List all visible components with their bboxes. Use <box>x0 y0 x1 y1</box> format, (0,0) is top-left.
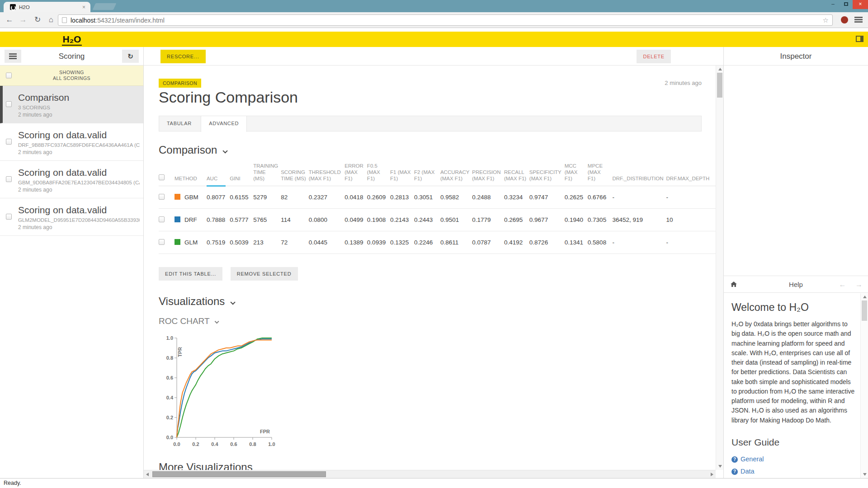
sidebar-item-comparison[interactable]: Comparison 3 SCORINGS 2 minutes ago <box>0 86 143 123</box>
table-cell: 10 <box>666 209 716 231</box>
bookmark-star-icon[interactable]: ☆ <box>823 16 829 24</box>
help-header: Help ← → <box>724 276 868 293</box>
browser-menu-icon[interactable] <box>854 17 863 23</box>
select-all-header[interactable] <box>159 163 175 186</box>
column-header-threshold[interactable]: THRESHOLD (MAX F1) <box>309 163 345 186</box>
svg-text:FPR: FPR <box>260 429 270 434</box>
tab-advanced[interactable]: ADVANCED <box>201 116 247 132</box>
item-checkbox[interactable] <box>6 139 12 145</box>
url-bar[interactable]: localhost :54321/steam/index.html ☆ <box>58 14 833 26</box>
extension-icon[interactable] <box>841 16 848 23</box>
table-cell: 5279 <box>253 186 281 209</box>
column-header-accuracy[interactable]: ACCURACY (MAX F1) <box>440 163 472 186</box>
column-header-method[interactable]: METHOD <box>175 163 207 186</box>
row-checkbox[interactable] <box>159 239 165 245</box>
item-subtitle: DRF_9B8B7FC937AC589FD6FECA6436AA461A (CA… <box>18 142 140 148</box>
table-cell: - <box>666 231 716 254</box>
close-button[interactable]: × <box>853 0 868 9</box>
item-checkbox[interactable] <box>6 176 12 182</box>
maximize-icon <box>844 2 848 6</box>
chevron-down-icon <box>223 148 228 153</box>
help-forward-icon[interactable]: → <box>855 281 863 288</box>
reload-icon[interactable]: ↻ <box>32 12 43 28</box>
table-cell: 0.2246 <box>414 231 440 254</box>
comparison-section-heading[interactable]: Comparison <box>159 144 226 156</box>
scroll-up-icon[interactable] <box>718 68 722 70</box>
column-header-mpce[interactable]: MPCE (MAX F1) <box>588 163 613 186</box>
column-header-drf.max_depth[interactable]: DRF.MAX_DEPTH <box>666 163 716 186</box>
column-header-f0.5[interactable]: F0.5 (MAX F1) <box>367 163 390 186</box>
roc-chart-heading[interactable]: ROC CHART <box>159 316 217 326</box>
minimize-button[interactable]: – <box>826 0 840 9</box>
maximize-button[interactable] <box>840 0 853 9</box>
svg-text:0.8: 0.8 <box>249 441 256 447</box>
svg-text:1.0: 1.0 <box>166 335 173 341</box>
sidebar-item-scoring-gbm[interactable]: Scoring on data.valid GBM_9D0BA8FFA20E7E… <box>0 161 143 198</box>
help-scrollbar[interactable] <box>860 293 868 478</box>
vertical-scrollbar[interactable] <box>716 66 723 470</box>
column-header-specificity[interactable]: SPECIFICITY (MAX F1) <box>529 163 565 186</box>
scrollbar-thumb[interactable] <box>152 471 326 477</box>
row-checkbox[interactable] <box>159 194 165 200</box>
help-back-icon[interactable]: ← <box>839 281 846 288</box>
horizontal-scrollbar[interactable] <box>144 470 716 478</box>
scorings-filter-row[interactable]: SHOWING ALL SCORINGS <box>0 66 143 86</box>
column-header-drf._distribution[interactable]: DRF._DISTRIBUTION <box>612 163 666 186</box>
browser-tab[interactable]: H2O × <box>4 2 90 12</box>
edit-table-button[interactable]: EDIT THIS TABLE... <box>159 267 222 281</box>
tab-tabular[interactable]: TABULAR <box>159 116 199 132</box>
table-body: GBM0.80770.61555279820.23270.04180.26090… <box>159 186 716 254</box>
column-header-error[interactable]: ERROR (MAX F1) <box>344 163 367 186</box>
column-header-f2[interactable]: F2 (MAX F1) <box>414 163 440 186</box>
scroll-up-icon[interactable] <box>863 296 867 298</box>
new-tab-button[interactable] <box>93 3 117 10</box>
select-all-checkbox[interactable] <box>159 174 165 180</box>
column-header-recall[interactable]: RECALL (MAX F1) <box>504 163 529 186</box>
guide-link-data[interactable]: ?Data <box>731 465 855 478</box>
back-icon[interactable]: ← <box>4 12 15 28</box>
delete-button[interactable]: DELETE <box>637 50 671 63</box>
column-header-gini[interactable]: GINI <box>230 163 253 186</box>
column-header-precision[interactable]: PRECISION (MAX F1) <box>472 163 504 186</box>
column-header-auc[interactable]: AUC <box>207 163 230 186</box>
home-icon[interactable]: ⌂ <box>45 12 57 28</box>
sidebar: Scoring ↻ SHOWING ALL SCORINGS Compariso… <box>0 47 144 478</box>
column-header-f1[interactable]: F1 (MAX F1) <box>390 163 414 186</box>
table-cell: 0.2625 <box>565 186 588 209</box>
guide-link-general[interactable]: ?General <box>731 453 855 465</box>
tab-close-icon[interactable]: × <box>81 4 87 10</box>
column-header-training[interactable]: TRAINING TIME (MS) <box>253 163 281 186</box>
scrollbar-thumb[interactable] <box>862 300 867 321</box>
forward-icon[interactable]: → <box>17 12 29 28</box>
view-tabs: TABULAR ADVANCED <box>159 116 702 131</box>
refresh-icon[interactable]: ↻ <box>122 50 139 63</box>
scroll-left-icon[interactable] <box>146 473 149 476</box>
column-header-scoring[interactable]: SCORING TIME (MS) <box>281 163 309 186</box>
item-checkbox[interactable] <box>6 214 12 220</box>
table-cell: 0.6155 <box>230 186 253 209</box>
sidebar-item-scoring-glm[interactable]: Scoring on data.valid GLM2MODEL_D95951E7… <box>0 198 143 236</box>
rescore-button[interactable]: RESCORE... <box>160 50 206 63</box>
column-header-mcc[interactable]: MCC (MAX F1) <box>565 163 588 186</box>
menu-hamburger-icon[interactable] <box>5 50 21 63</box>
select-all-scorings-checkbox[interactable] <box>6 73 12 79</box>
scroll-down-icon[interactable] <box>718 465 722 468</box>
item-checkbox[interactable] <box>6 101 12 107</box>
sidebar-item-scoring-drf[interactable]: Scoring on data.valid DRF_9B8B7FC937AC58… <box>0 123 143 161</box>
panel-toggle-icon[interactable] <box>856 36 863 42</box>
visualizations-section-heading[interactable]: Visualizations <box>159 295 234 308</box>
scrollbar-thumb[interactable] <box>717 73 722 98</box>
scroll-right-icon[interactable] <box>711 473 713 476</box>
item-timestamp: 2 minutes ago <box>18 187 140 193</box>
row-checkbox[interactable] <box>159 216 165 222</box>
help-home-icon[interactable] <box>730 281 737 289</box>
scroll-down-icon[interactable] <box>863 473 867 476</box>
table-row-glm: GLM0.75190.5039213720.04450.13890.09390.… <box>159 231 716 254</box>
item-title: Scoring on data.valid <box>18 129 140 141</box>
table-cell: 213 <box>253 231 281 254</box>
remove-selected-button[interactable]: REMOVE SELECTED <box>231 267 298 281</box>
table-cell: 0.7305 <box>588 209 613 231</box>
url-path: :54321/steam/index.html <box>95 17 822 24</box>
table-header-row: METHODAUCGINITRAINING TIME (MS)SCORING T… <box>159 163 716 186</box>
table-cell: 0.5777 <box>230 209 253 231</box>
